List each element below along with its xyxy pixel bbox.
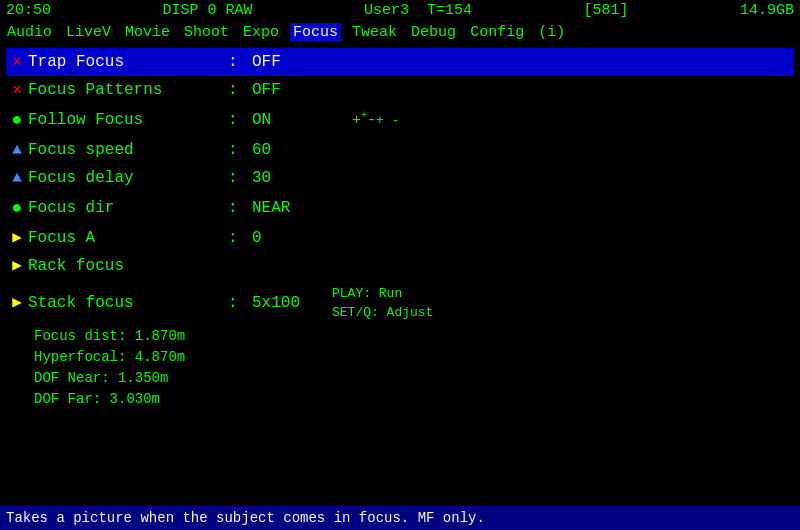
row-value-4: 30 [252, 167, 332, 189]
menu-row-8[interactable]: ▶ Stack focus : 5x100 PLAY: RunSET/Q: Ad… [6, 281, 794, 326]
follow-focus-hint: ++- [352, 109, 376, 131]
row-value-1: OFF [252, 79, 332, 101]
menu-item-tweak[interactable]: Tweak [349, 23, 400, 42]
menu-row-0[interactable]: ✕ Trap Focus : OFF [6, 48, 794, 76]
row-label-6: Focus A [28, 227, 228, 249]
main-content: ✕ Trap Focus : OFF ✕ Focus Patterns : OF… [0, 44, 800, 506]
menu-row-1[interactable]: ✕ Focus Patterns : OFF [6, 76, 794, 104]
app: 20:50 DISP 0 RAW User3 T=154 [581] 14.9G… [0, 0, 800, 530]
icon-x-1: ✕ [6, 79, 28, 101]
row-colon-3: : [228, 139, 252, 161]
sub-info-line: Hyperfocal: 4.870m [34, 347, 794, 368]
menu-item-focus[interactable]: Focus [290, 23, 341, 42]
icon-triangle-8: ▶ [6, 292, 28, 314]
row-value-3: 60 [252, 139, 332, 161]
menu-row-4[interactable]: ▲ Focus delay : 30 [6, 164, 794, 192]
row-value-6: 0 [252, 227, 332, 249]
menu-row-7[interactable]: ▶ Rack focus [6, 252, 794, 280]
row-colon-8: : [228, 292, 252, 314]
menu-row-2[interactable]: ● Follow Focus : ON ++- + - [6, 105, 794, 136]
row-value-0: OFF [252, 51, 332, 73]
row-label-7: Rack focus [28, 255, 228, 277]
icon-x-0: ✕ [6, 51, 28, 73]
bottom-bar: Takes a picture when the subject comes i… [0, 506, 800, 530]
row-label-1: Focus Patterns [28, 79, 228, 101]
menu-item-expo[interactable]: Expo [240, 23, 282, 42]
sub-info: Focus dist: 1.870mHyperfocal: 4.870mDOF … [6, 326, 794, 410]
sub-info-line: DOF Near: 1.350m [34, 368, 794, 389]
status-bar: 20:50 DISP 0 RAW User3 T=154 [581] 14.9G… [0, 0, 800, 21]
menu-row-5[interactable]: ● Focus dir : NEAR [6, 193, 794, 224]
hint-8: PLAY: RunSET/Q: Adjust [332, 284, 433, 323]
menu-item-debug[interactable]: Debug [408, 23, 459, 42]
status-storage: 14.9GB [740, 2, 794, 19]
row-colon-2: : [228, 109, 252, 131]
row-label-3: Focus speed [28, 139, 228, 161]
row-label-2: Follow Focus [28, 109, 228, 131]
menu-item-livev[interactable]: LiveV [63, 23, 114, 42]
row-value-2: ON [252, 109, 332, 131]
menu-item-shoot[interactable]: Shoot [181, 23, 232, 42]
icon-triangle-blue-3: ▲ [6, 139, 28, 161]
hint-2: + - [376, 111, 399, 131]
menu-row-6[interactable]: ▶ Focus A : 0 [6, 224, 794, 252]
menu-bar: AudioLiveVMovieShootExpoFocusTweakDebugC… [0, 21, 800, 44]
status-disp: DISP 0 RAW [162, 2, 252, 19]
row-colon-0: : [228, 51, 252, 73]
bottom-text: Takes a picture when the subject comes i… [6, 510, 485, 526]
icon-triangle-7: ▶ [6, 255, 28, 277]
sub-info-line: Focus dist: 1.870m [34, 326, 794, 347]
status-frame: [581] [583, 2, 628, 19]
icon-triangle-6: ▶ [6, 227, 28, 249]
icon-triangle-blue-4: ▲ [6, 167, 28, 189]
row-colon-1: : [228, 79, 252, 101]
row-value-8: 5x100 [252, 292, 332, 314]
row-label-5: Focus dir [28, 197, 228, 219]
row-label-8: Stack focus [28, 292, 228, 314]
status-time: 20:50 [6, 2, 51, 19]
menu-row-3[interactable]: ▲ Focus speed : 60 [6, 136, 794, 164]
menu-item-movie[interactable]: Movie [122, 23, 173, 42]
menu-item-(i)[interactable]: (i) [535, 23, 568, 42]
icon-dot-5: ● [6, 196, 28, 221]
status-user: User3 T=154 [364, 2, 472, 19]
row-label-4: Focus delay [28, 167, 228, 189]
row-colon-5: : [228, 197, 252, 219]
sub-info-line: DOF Far: 3.030m [34, 389, 794, 410]
row-value-5: NEAR [252, 197, 332, 219]
row-colon-4: : [228, 167, 252, 189]
row-label-0: Trap Focus [28, 51, 228, 73]
menu-item-config[interactable]: Config [467, 23, 527, 42]
row-colon-6: : [228, 227, 252, 249]
icon-dot-2: ● [6, 108, 28, 133]
menu-item-audio[interactable]: Audio [4, 23, 55, 42]
